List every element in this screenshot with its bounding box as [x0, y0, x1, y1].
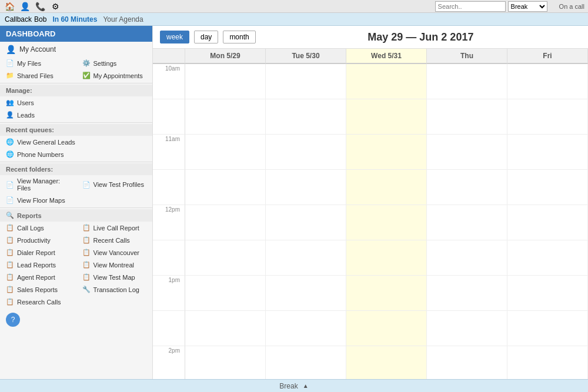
- break-select[interactable]: Break Available Offline: [508, 1, 547, 12]
- reports-grid: 📋Call Logs 📋Productivity 📋Dialer Report …: [0, 222, 152, 308]
- help-icon[interactable]: ?: [6, 313, 20, 327]
- cell-thu-130[interactable]: [427, 311, 507, 346]
- sidebar-transaction-log[interactable]: 🔧Transaction Log: [76, 283, 153, 296]
- cell-wed-10am[interactable]: [346, 64, 427, 99]
- sidebar-dialer-report[interactable]: 📋Dialer Report: [0, 246, 76, 259]
- recent-folders-label: Recent folders:: [0, 163, 152, 175]
- cell-wed-1130[interactable]: [346, 170, 427, 205]
- rc-icon: 📋: [6, 298, 14, 306]
- icon-btn-4[interactable]: ⚙: [49, 1, 61, 12]
- cell-fri-12pm[interactable]: [507, 205, 588, 240]
- cell-tue-1230[interactable]: [266, 240, 346, 276]
- cell-wed-130[interactable]: [346, 311, 427, 346]
- cell-mon-130[interactable]: [185, 311, 266, 346]
- cell-tue-1130[interactable]: [266, 170, 346, 205]
- time-10am: 10am: [153, 64, 185, 99]
- cell-tue-12pm[interactable]: [266, 205, 346, 240]
- shared-icon: 📁: [6, 72, 14, 79]
- shared-files-label: Shared Files: [17, 72, 54, 79]
- cell-mon-1230[interactable]: [185, 240, 266, 276]
- cell-wed-2pm[interactable]: [346, 346, 427, 379]
- recc-icon: 📋: [82, 236, 91, 244]
- cell-wed-11am[interactable]: [346, 135, 427, 170]
- month-button[interactable]: month: [223, 31, 255, 43]
- sidebar-agent-report[interactable]: 📋Agent Report: [0, 271, 76, 283]
- cell-thu-11am[interactable]: [427, 135, 507, 170]
- day-button[interactable]: day: [194, 31, 218, 43]
- second-bar: Callback Bob In 60 Minutes Your Agenda: [0, 13, 588, 26]
- sidebar-general-leads[interactable]: 🌐 View General Leads: [0, 136, 152, 148]
- search-input[interactable]: [435, 1, 506, 12]
- sr-icon: 📋: [6, 286, 14, 293]
- cell-wed-1pm[interactable]: [346, 276, 427, 311]
- cell-mon-12pm[interactable]: [185, 205, 266, 240]
- sidebar-call-logs[interactable]: 📋Call Logs: [0, 222, 76, 234]
- icon-btn-1[interactable]: 🏠: [4, 1, 15, 12]
- cell-fri-1pm[interactable]: [507, 276, 588, 311]
- cell-wed-12pm[interactable]: [346, 205, 427, 240]
- sidebar-my-files[interactable]: 📄 My Files: [0, 57, 76, 69]
- cell-fri-1130[interactable]: [507, 170, 588, 205]
- sidebar-lead-reports[interactable]: 📋Lead Reports: [0, 259, 76, 271]
- icon-btn-3[interactable]: 📞: [34, 1, 46, 12]
- cell-fri-11am[interactable]: [507, 135, 588, 170]
- cell-tue-10am[interactable]: [266, 64, 346, 99]
- sidebar-view-vancouver[interactable]: 📋View Vancouver: [76, 246, 153, 259]
- cell-tue-1030[interactable]: [266, 99, 346, 135]
- sidebar-my-account[interactable]: 👤 My Account: [0, 42, 152, 57]
- cell-mon-11am[interactable]: [185, 135, 266, 170]
- sidebar-shared-files[interactable]: 📁 Shared Files: [0, 69, 76, 82]
- sidebar-view-test-map[interactable]: 📋View Test Map: [76, 271, 153, 283]
- cell-mon-1130[interactable]: [185, 170, 266, 205]
- sidebar-users[interactable]: 👥 Users: [0, 96, 152, 109]
- sidebar-view-montreal[interactable]: 📋View Montreal: [76, 259, 153, 271]
- cell-mon-2pm[interactable]: [185, 346, 266, 379]
- cell-tue-130[interactable]: [266, 311, 346, 346]
- sidebar-phone-numbers[interactable]: 🌐 Phone Numbers: [0, 148, 152, 160]
- recent-queues-label: Recent queues:: [0, 124, 152, 136]
- reports-icon: 🔍: [6, 212, 14, 219]
- ar-icon: 📋: [6, 273, 14, 281]
- sidebar-manager-files[interactable]: 📄 View Manager: Files: [0, 175, 76, 194]
- cell-fri-1030[interactable]: [507, 99, 588, 135]
- cell-tue-2pm[interactable]: [266, 346, 346, 379]
- calendar-header: week day month May 29 — Jun 2 2017: [153, 26, 588, 49]
- cell-mon-1030[interactable]: [185, 99, 266, 135]
- cell-fri-10am[interactable]: [507, 64, 588, 99]
- cell-mon-10am[interactable]: [185, 64, 266, 99]
- sidebar-live-call-report[interactable]: 📋Live Call Report: [76, 222, 153, 234]
- sidebar-settings[interactable]: ⚙️ Settings: [76, 57, 153, 69]
- cell-fri-2pm[interactable]: [507, 346, 588, 379]
- sidebar-recent-calls[interactable]: 📋Recent Calls: [76, 234, 153, 246]
- sidebar-test-profiles[interactable]: 📄 View Test Profiles: [76, 175, 153, 194]
- bottom-caret-icon[interactable]: ▲: [303, 383, 309, 389]
- cell-tue-1pm[interactable]: [266, 276, 346, 311]
- sidebar-sales-reports[interactable]: 📋Sales Reports: [0, 283, 76, 296]
- cell-wed-1030[interactable]: [346, 99, 427, 135]
- sidebar-productivity[interactable]: 📋Productivity: [0, 234, 76, 246]
- week-button[interactable]: week: [160, 31, 189, 43]
- cell-wed-1230[interactable]: [346, 240, 427, 276]
- calendar-area: week day month May 29 — Jun 2 2017 Mon 5…: [153, 26, 588, 379]
- cell-fri-130[interactable]: [507, 311, 588, 346]
- settings-icon: ⚙️: [82, 59, 91, 67]
- cell-mon-1pm[interactable]: [185, 276, 266, 311]
- cell-thu-1030[interactable]: [427, 99, 507, 135]
- cell-thu-2pm[interactable]: [427, 346, 507, 379]
- sidebar-my-appointments[interactable]: ✅ My Appointments: [76, 69, 153, 82]
- appointments-icon: ✅: [82, 72, 91, 79]
- cell-thu-1pm[interactable]: [427, 276, 507, 311]
- sidebar-leads[interactable]: 👤 Leads: [0, 109, 152, 121]
- cell-thu-12pm[interactable]: [427, 205, 507, 240]
- calendar-grid-container[interactable]: Mon 5/29 Tue 5/30 Wed 5/31 Thu Fri 10am: [153, 49, 588, 379]
- sidebar-research-calls[interactable]: 📋Research Calls: [0, 296, 76, 308]
- cell-tue-11am[interactable]: [266, 135, 346, 170]
- cell-thu-1130[interactable]: [427, 170, 507, 205]
- cell-thu-1230[interactable]: [427, 240, 507, 276]
- cell-thu-10am[interactable]: [427, 64, 507, 99]
- icon-btn-2[interactable]: 👤: [19, 1, 31, 12]
- sidebar-floor-maps[interactable]: 📄 View Floor Maps: [0, 194, 76, 206]
- vv-icon: 📋: [82, 249, 91, 256]
- cell-fri-1230[interactable]: [507, 240, 588, 276]
- time-11am: 11am: [153, 135, 185, 170]
